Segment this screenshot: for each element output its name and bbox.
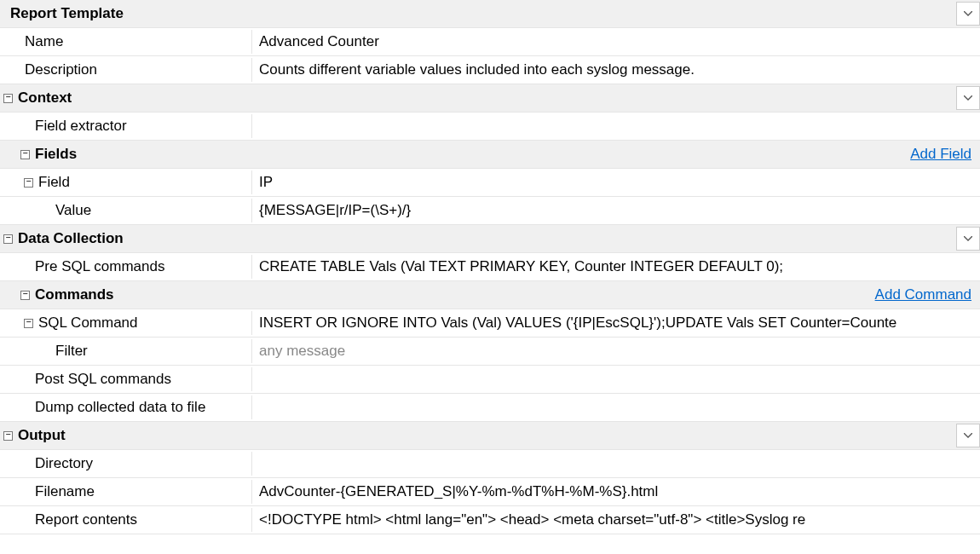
label-field-extractor: Field extractor <box>35 118 127 135</box>
row-field-extractor[interactable]: Field extractor <box>0 113 980 141</box>
label-filename: Filename <box>35 483 95 500</box>
expander-icon[interactable] <box>20 150 30 159</box>
value-filter[interactable]: any message <box>252 339 980 363</box>
value-pre-sql[interactable]: CREATE TABLE Vals (Val TEXT PRIMARY KEY,… <box>252 255 980 279</box>
row-pre-sql[interactable]: Pre SQL commands CREATE TABLE Vals (Val … <box>0 253 980 281</box>
dropdown-button[interactable] <box>956 86 980 110</box>
row-post-sql[interactable]: Post SQL commands <box>0 366 980 394</box>
value-report-contents[interactable]: <!DOCTYPE html> <html lang="en"> <head> … <box>252 508 980 532</box>
chevron-down-icon <box>964 11 972 16</box>
label-report-contents: Report contents <box>35 511 137 528</box>
section-report-template: Report Template <box>0 0 980 28</box>
value-filename[interactable]: AdvCounter-{GENERATED_S|%Y-%m-%dT%H-%M-%… <box>252 480 980 504</box>
section-output: Output <box>0 422 980 450</box>
expander-icon[interactable] <box>3 431 13 441</box>
row-dump-file[interactable]: Dump collected data to file <box>0 394 980 422</box>
label-sql-command: SQL Command <box>38 315 138 332</box>
label-name: Name <box>25 33 63 50</box>
section-title: Context <box>18 89 72 107</box>
chevron-down-icon <box>964 236 972 241</box>
dropdown-button[interactable] <box>956 227 980 251</box>
label-pre-sql: Pre SQL commands <box>35 258 164 275</box>
value-dump-file[interactable] <box>252 404 980 411</box>
add-field-link[interactable]: Add Field <box>910 146 980 163</box>
section-context: Context <box>0 84 980 113</box>
row-field-value[interactable]: Value {MESSAGE|r/IP=(\S+)/} <box>0 197 980 225</box>
expander-icon[interactable] <box>24 319 33 328</box>
section-title: Commands <box>35 286 114 303</box>
section-title: Output <box>18 427 66 444</box>
label-filter: Filter <box>55 343 88 360</box>
value-name[interactable]: Advanced Counter <box>252 30 980 54</box>
section-title: Report Template <box>10 5 124 22</box>
value-field-value[interactable]: {MESSAGE|r/IP=(\S+)/} <box>252 199 980 222</box>
value-field-extractor[interactable] <box>252 123 980 130</box>
label-post-sql: Post SQL commands <box>35 371 171 388</box>
value-post-sql[interactable] <box>252 376 980 383</box>
dropdown-button[interactable] <box>956 2 980 26</box>
section-commands: Commands Add Command <box>0 281 980 309</box>
chevron-down-icon <box>964 433 972 438</box>
value-sql-command[interactable]: INSERT OR IGNORE INTO Vals (Val) VALUES … <box>252 311 980 335</box>
value-directory[interactable] <box>252 460 980 467</box>
expander-icon[interactable] <box>24 178 33 188</box>
section-title: Data Collection <box>18 230 124 247</box>
row-description[interactable]: Description Counts different variable va… <box>0 56 980 84</box>
label-description: Description <box>25 61 97 78</box>
row-report-contents[interactable]: Report contents <!DOCTYPE html> <html la… <box>0 506 980 534</box>
row-filename[interactable]: Filename AdvCounter-{GENERATED_S|%Y-%m-%… <box>0 478 980 506</box>
section-fields: Fields Add Field <box>0 141 980 169</box>
dropdown-button[interactable] <box>956 424 980 447</box>
value-description[interactable]: Counts different variable values include… <box>252 58 980 82</box>
section-title: Fields <box>35 146 77 163</box>
label-directory: Directory <box>35 455 93 472</box>
property-grid: Report Template Name Advanced Counter De… <box>0 0 980 534</box>
row-field[interactable]: Field IP <box>0 169 980 197</box>
label-field-value: Value <box>55 202 91 219</box>
expander-icon[interactable] <box>3 94 13 103</box>
label-field: Field <box>38 174 70 191</box>
chevron-down-icon <box>964 95 972 101</box>
label-dump-file: Dump collected data to file <box>35 399 205 416</box>
section-data-collection: Data Collection <box>0 225 980 253</box>
add-command-link[interactable]: Add Command <box>875 286 980 303</box>
expander-icon[interactable] <box>3 234 13 244</box>
row-filter[interactable]: Filter any message <box>0 338 980 366</box>
row-sql-command[interactable]: SQL Command INSERT OR IGNORE INTO Vals (… <box>0 309 980 338</box>
value-field[interactable]: IP <box>252 170 980 194</box>
row-directory[interactable]: Directory <box>0 450 980 478</box>
expander-icon[interactable] <box>20 291 30 300</box>
row-name[interactable]: Name Advanced Counter <box>0 28 980 56</box>
